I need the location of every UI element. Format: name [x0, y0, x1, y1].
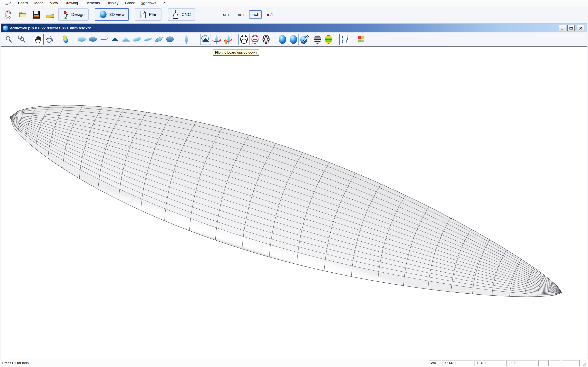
save-icon	[32, 9, 41, 20]
cnc-mode-button[interactable]: CNC	[168, 8, 195, 21]
menu-mode[interactable]: Mode	[31, 1, 47, 6]
view-toolbar	[1, 33, 587, 47]
close-button[interactable]	[577, 25, 584, 31]
zoom-window-tool[interactable]	[16, 34, 27, 45]
stripes-gray-icon	[313, 34, 322, 44]
menu-display[interactable]: Display	[103, 1, 122, 6]
view-bottom-tool[interactable]	[87, 34, 98, 45]
solid-render-tool[interactable]	[277, 34, 288, 45]
flip-board-tool[interactable]	[200, 34, 211, 45]
cnc-icon	[172, 10, 180, 19]
plan-icon	[139, 10, 147, 19]
menu-board[interactable]: Board	[15, 1, 31, 6]
stripes-color-tool[interactable]	[323, 34, 334, 45]
view-plan-outline-tool[interactable]	[181, 34, 192, 45]
wireframe-slices-icon	[251, 34, 259, 44]
solid-render-icon	[278, 34, 287, 44]
cnc-mode-label: CNC	[182, 12, 191, 17]
plan-mode-button[interactable]: Plan	[135, 8, 162, 21]
pan-tool[interactable]	[33, 34, 44, 45]
view-perspective-wedge-tool[interactable]	[154, 34, 164, 45]
curvature-check-icon	[340, 35, 350, 44]
wireframe-mesh-icon	[261, 34, 270, 44]
paint-surface-tool[interactable]	[299, 34, 310, 45]
document-title: addictive pin 8 0 27 93litres R213mm.s3d…	[10, 26, 559, 30]
menu-drawing[interactable]: Drawing	[61, 1, 81, 6]
paint-surface-icon	[300, 34, 309, 44]
design-mode-button[interactable]: Design	[58, 8, 89, 21]
wireframe-slices-tool[interactable]	[250, 34, 260, 45]
wireframe-tool[interactable]	[238, 34, 250, 45]
viewport-3d[interactable]	[1, 47, 587, 359]
view-back-tool[interactable]	[121, 34, 131, 45]
wireframe-mesh-tool[interactable]	[260, 34, 272, 45]
unit-mm[interactable]: mm	[234, 10, 246, 18]
menu-view[interactable]: View	[47, 1, 61, 6]
render-light-tool[interactable]	[60, 34, 71, 45]
new-board-icon	[4, 9, 13, 20]
document-title-bar[interactable]: addictive pin 8 0 27 93litres R213mm.s3d…	[1, 24, 587, 33]
rotate-board-upright-tool[interactable]	[222, 34, 233, 45]
color-palette-tool[interactable]	[356, 34, 367, 45]
view-rocker-tool[interactable]	[98, 34, 109, 45]
status-empty-panel	[562, 360, 580, 366]
resize-grip[interactable]	[581, 361, 587, 367]
menu-file[interactable]: File	[2, 1, 15, 6]
status-bar: Press F1 for help cm X: 44.0 Y: 40.3 Z: …	[0, 359, 588, 367]
menu-elements[interactable]: Elements	[81, 1, 103, 6]
view-perspective-free-tool[interactable]	[164, 34, 176, 45]
close-icon	[579, 26, 582, 30]
wireframe-icon	[240, 34, 249, 44]
3d-view-icon	[99, 10, 107, 18]
status-z-coord: Z: 0.0	[506, 360, 537, 366]
menu-bar: File Board Mode View Drawing Elements Di…	[0, 0, 588, 6]
rotate-board-upright-icon	[223, 34, 232, 44]
stripes-gray-tool[interactable]	[312, 34, 323, 45]
view-top-tool[interactable]	[76, 34, 87, 45]
render-light-icon	[61, 35, 70, 44]
maximize-icon	[569, 26, 573, 30]
status-unit: cm	[429, 360, 441, 366]
menu-windows[interactable]: Windows	[138, 1, 159, 6]
3d-view-mode-label: 3D view	[109, 12, 125, 17]
view-perspective-top-icon	[132, 35, 142, 43]
view-perspective-side-icon	[143, 35, 153, 43]
unit-inch[interactable]: inch	[249, 10, 262, 18]
view-perspective-top-tool[interactable]	[131, 34, 143, 45]
unit-toggle-group: cm mm inch in/f	[221, 10, 276, 18]
open-button[interactable]	[17, 8, 28, 21]
maximize-button[interactable]	[567, 25, 575, 31]
rotate-3d-icon	[45, 35, 53, 44]
zoom-tool[interactable]	[3, 34, 14, 45]
surfboard-wireframe	[1, 47, 587, 359]
minimize-button[interactable]	[559, 25, 566, 31]
view-rocker-icon	[99, 35, 109, 43]
view-perspective-wedge-icon	[154, 35, 164, 43]
menu-help[interactable]: ?	[159, 1, 168, 6]
rotate-board-tool[interactable]	[211, 34, 222, 45]
pan-hand-icon	[34, 35, 42, 43]
document-icon	[3, 25, 8, 31]
solid-smooth-tool[interactable]	[288, 34, 299, 45]
view-front-tool[interactable]	[109, 34, 121, 45]
status-x-coord: X: 44.0	[442, 360, 473, 366]
view-top-icon	[77, 35, 86, 43]
color-palette-icon	[357, 35, 365, 43]
measure-button[interactable]	[44, 8, 56, 21]
view-front-icon	[110, 35, 120, 43]
unit-inf[interactable]: in/f	[265, 10, 275, 18]
3d-view-mode-button[interactable]: 3D view	[95, 8, 129, 21]
document-window: addictive pin 8 0 27 93litres R213mm.s3d…	[1, 24, 587, 359]
curvature-check-tool[interactable]	[339, 34, 350, 45]
open-folder-icon	[17, 9, 27, 20]
new-board-button[interactable]	[3, 8, 15, 21]
view-back-icon	[121, 35, 131, 43]
menu-ghost[interactable]: Ghost	[122, 1, 138, 6]
view-perspective-side-tool[interactable]	[143, 34, 154, 45]
rotate-3d-tool[interactable]	[44, 34, 55, 45]
minimize-icon	[561, 26, 564, 30]
view-bottom-icon	[88, 35, 98, 43]
save-button[interactable]	[30, 8, 42, 21]
unit-cm[interactable]: cm	[221, 10, 231, 18]
rotate-board-icon	[212, 34, 221, 44]
